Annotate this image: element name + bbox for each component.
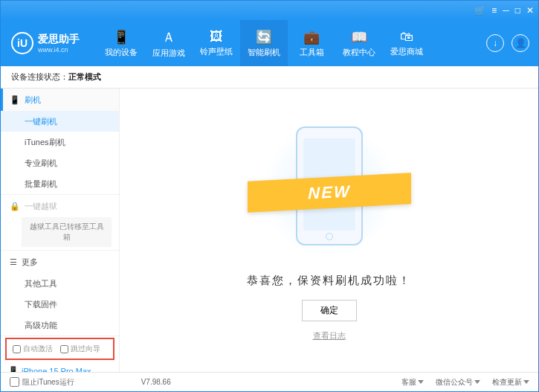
- nav-应用游戏[interactable]: Ａ应用游戏: [145, 20, 193, 66]
- status-label: 设备连接状态：: [11, 71, 68, 83]
- skip-guide-checkbox[interactable]: 跳过向导: [60, 344, 100, 354]
- minimize-icon[interactable]: ─: [503, 5, 509, 16]
- jailbreak-note: 越狱工具已转移至工具箱: [22, 217, 112, 247]
- sidebar-item-批量刷机[interactable]: 批量刷机: [1, 173, 119, 194]
- nav-爱思商城[interactable]: 🛍爱思商城: [383, 20, 430, 66]
- menu-icon[interactable]: ≡: [491, 5, 497, 16]
- footer-link-检查更新[interactable]: 检查更新: [492, 377, 529, 388]
- nav-icon: 🔄: [256, 29, 272, 45]
- footer-link-客服[interactable]: 客服: [401, 377, 424, 388]
- version: V7.98.66: [141, 378, 171, 386]
- nav-工具箱[interactable]: 💼工具箱: [288, 20, 335, 66]
- sidebar-item-下载固件[interactable]: 下载固件: [1, 294, 119, 315]
- phone-icon: 📱: [10, 95, 20, 105]
- brand-url: www.i4.cn: [38, 46, 80, 54]
- block-itunes-checkbox[interactable]: 阻止iTunes运行: [10, 377, 74, 388]
- success-message: 恭喜您，保资料刷机成功啦！: [247, 274, 411, 288]
- nav-智能刷机[interactable]: 🔄智能刷机: [240, 20, 288, 66]
- sidebar-section-jailbreak: 🔒 一键越狱: [1, 195, 119, 217]
- maximize-icon[interactable]: □: [515, 5, 520, 16]
- logo: iU 爱思助手 www.i4.cn: [1, 32, 90, 54]
- confirm-button[interactable]: 确定: [302, 300, 357, 321]
- close-icon[interactable]: ✕: [526, 5, 534, 16]
- auto-activate-checkbox[interactable]: 自动激活: [13, 344, 53, 354]
- sidebar-item-高级功能[interactable]: 高级功能: [1, 315, 119, 335]
- footer-link-微信公众号[interactable]: 微信公众号: [436, 377, 480, 388]
- shopping-cart-icon[interactable]: 🛒: [474, 5, 485, 16]
- titlebar: 🛒 ≡ ─ □ ✕: [1, 1, 538, 20]
- nav-icon: Ａ: [162, 28, 175, 46]
- nav-label: 应用游戏: [152, 48, 185, 59]
- nav-我的设备[interactable]: 📱我的设备: [97, 20, 145, 66]
- nav-label: 铃声壁纸: [200, 46, 233, 57]
- sidebar-item-iTunes刷机[interactable]: iTunes刷机: [1, 132, 119, 152]
- main-content: NEW 恭喜您，保资料刷机成功啦！ 确定 查看日志: [120, 89, 538, 372]
- nav-icon: 🖼: [210, 29, 223, 45]
- nav-label: 教程中心: [343, 47, 375, 58]
- device-status: 设备连接状态： 正常模式: [1, 66, 538, 89]
- nav-教程中心[interactable]: 📖教程中心: [335, 20, 383, 66]
- logo-icon: iU: [11, 32, 33, 54]
- menu-icon: ☰: [10, 257, 17, 267]
- view-log-link[interactable]: 查看日志: [313, 330, 346, 341]
- sidebar-item-其他工具[interactable]: 其他工具: [1, 273, 119, 294]
- sidebar: 📱 刷机 一键刷机iTunes刷机专业刷机批量刷机 🔒 一键越狱 越狱工具已转移…: [1, 89, 120, 372]
- sidebar-section-more[interactable]: ☰ 更多: [1, 251, 119, 273]
- nav-label: 爱思商城: [390, 46, 423, 57]
- nav-label: 智能刷机: [248, 47, 280, 58]
- sidebar-section-flash[interactable]: 📱 刷机: [1, 89, 119, 111]
- nav-icon: 💼: [303, 29, 320, 45]
- sidebar-item-专业刷机[interactable]: 专业刷机: [1, 152, 119, 173]
- device-name[interactable]: 📱iPhone 15 Pro Max: [8, 366, 112, 372]
- status-value: 正常模式: [68, 71, 101, 83]
- sidebar-item-一键刷机[interactable]: 一键刷机: [1, 111, 119, 132]
- success-illustration: NEW: [262, 119, 396, 260]
- user-icon[interactable]: 👤: [511, 34, 529, 52]
- nav-icon: 📱: [113, 29, 129, 45]
- options-row: 自动激活 跳过向导: [5, 338, 114, 360]
- download-icon[interactable]: ↓: [486, 34, 504, 52]
- header: iU 爱思助手 www.i4.cn 📱我的设备Ａ应用游戏🖼铃声壁纸🔄智能刷机💼工…: [1, 20, 538, 66]
- nav-label: 工具箱: [300, 47, 324, 58]
- nav-icon: 🛍: [400, 29, 413, 45]
- phone-icon: 📱: [8, 366, 19, 372]
- nav-icon: 📖: [351, 29, 367, 45]
- lock-icon: 🔒: [10, 202, 20, 211]
- nav-label: 我的设备: [105, 47, 138, 58]
- nav-铃声壁纸[interactable]: 🖼铃声壁纸: [193, 20, 240, 66]
- footer: 阻止iTunes运行 V7.98.66 客服微信公众号检查更新: [1, 372, 538, 391]
- device-info: 📱iPhone 15 Pro Max 512GB iPhone: [1, 362, 119, 372]
- brand-name: 爱思助手: [38, 33, 80, 46]
